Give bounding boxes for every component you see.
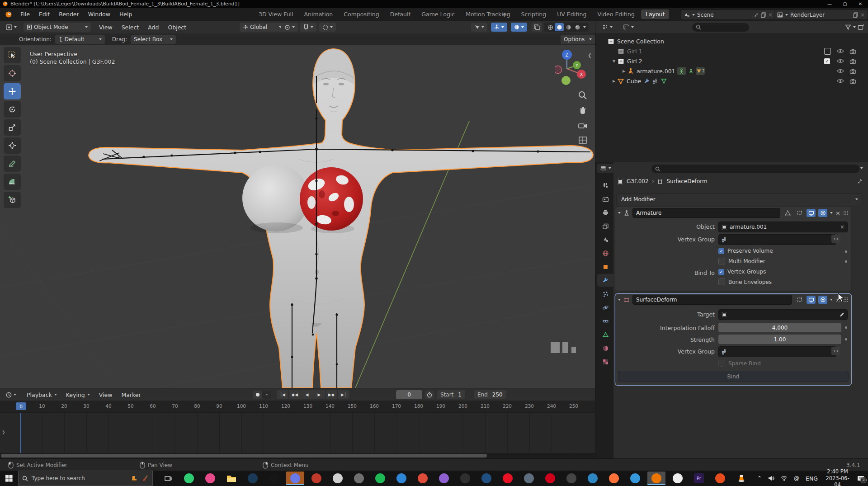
select-tool-button[interactable]: [4, 47, 21, 63]
jump-to-start-button[interactable]: ⏐◀: [277, 390, 289, 399]
extras-caret-icon[interactable]: [830, 299, 833, 301]
clear-object-icon[interactable]: ×: [840, 224, 844, 230]
menu-file[interactable]: File: [16, 11, 34, 18]
menu-render[interactable]: Render: [54, 11, 84, 18]
next-keyframe-button[interactable]: ▶◆: [326, 390, 338, 399]
object-visibility-button[interactable]: [471, 23, 487, 32]
playhead-line[interactable]: [20, 413, 21, 453]
taskbar-app-firefox[interactable]: [605, 472, 623, 485]
exclude-checkbox[interactable]: ✓: [824, 58, 830, 64]
taskbar-app-gallery[interactable]: [520, 472, 538, 485]
properties-tab-modifiers[interactable]: [597, 274, 613, 287]
cage-toggle[interactable]: [795, 296, 804, 304]
mesh-data-icon[interactable]: [661, 78, 667, 84]
pivot-point-button[interactable]: [281, 23, 298, 32]
timeline-menu-marker[interactable]: Marker: [117, 392, 145, 398]
taskbar-app-firefox-nightly[interactable]: [307, 472, 326, 485]
collapse-caret-icon[interactable]: [618, 212, 621, 214]
taskbar-app-opera[interactable]: [499, 472, 517, 485]
taskbar-app-audio-editor[interactable]: [456, 472, 474, 485]
multi-modifier-checkbox[interactable]: [718, 258, 725, 264]
annotate-tool-button[interactable]: [4, 156, 21, 172]
new-collection-icon[interactable]: [858, 24, 864, 30]
preserve-volume-row[interactable]: ✓ Preserve Volume: [718, 248, 773, 254]
timeline-menu-view[interactable]: View: [94, 392, 117, 398]
navigation-gizmo[interactable]: Z Y X: [555, 49, 591, 90]
menu-help[interactable]: Help: [115, 11, 137, 18]
hide-eye-icon[interactable]: [837, 78, 844, 84]
expand-toggle-icon[interactable]: ▶: [612, 79, 616, 83]
sparse-bind-row[interactable]: Sparse Bind: [718, 360, 761, 367]
disable-render-camera-icon[interactable]: [849, 78, 856, 84]
cage-toggle[interactable]: [795, 209, 804, 217]
disable-render-camera-icon[interactable]: [849, 58, 856, 64]
taskbar-app-qbittorrent[interactable]: [477, 472, 495, 485]
sparse-bind-checkbox[interactable]: [718, 360, 725, 367]
viewport-menu-add[interactable]: Add: [143, 24, 163, 31]
taskbar-app-steam[interactable]: [244, 472, 262, 485]
bind-button[interactable]: Bind: [618, 371, 849, 382]
workspace-tab-layout[interactable]: Layout: [641, 9, 670, 19]
surfacedeform-modifier-name[interactable]: SurfaceDeform: [632, 295, 792, 305]
taskbar-app-vlc[interactable]: [732, 472, 750, 485]
maximize-button[interactable]: ▢: [837, 0, 853, 8]
cursor-tool-button[interactable]: [4, 65, 21, 81]
snap-magnet-button[interactable]: [300, 23, 316, 32]
animate-dot[interactable]: [845, 260, 847, 263]
properties-tab-view-layer[interactable]: [597, 220, 613, 232]
timeline-scrollbar[interactable]: [0, 453, 595, 458]
copy-icon[interactable]: [761, 12, 766, 18]
pin-icon[interactable]: [754, 12, 759, 17]
scale-tool-button[interactable]: [4, 119, 21, 136]
autokey-options-caret[interactable]: [262, 391, 271, 399]
timeline-menu-keying[interactable]: Keying: [61, 392, 94, 398]
properties-tab-tool[interactable]: [597, 179, 613, 192]
timeline-tracks[interactable]: ❯: [0, 412, 595, 453]
invert-vertex-group-icon[interactable]: ↔: [831, 347, 840, 355]
outliner-filter-image-button[interactable]: [620, 23, 637, 32]
armature-data-badge-icon[interactable]: [688, 68, 694, 74]
workspace-tab-uv-editing[interactable]: UV Editing: [552, 9, 591, 19]
taskbar-app-settings-app[interactable]: [562, 472, 580, 485]
minimize-button[interactable]: —: [822, 0, 837, 8]
show-in-viewport-toggle[interactable]: [807, 296, 816, 304]
taskbar-app-phone-link[interactable]: [350, 472, 368, 485]
taskbar-app-edge[interactable]: [392, 472, 410, 485]
taskbar-app-amd-software[interactable]: [541, 472, 559, 485]
add-workspace-button[interactable]: +: [502, 11, 507, 18]
editor-type-button[interactable]: [3, 23, 20, 32]
taskbar-app-file-explorer[interactable]: [222, 472, 241, 485]
shading-material-button[interactable]: [564, 23, 573, 31]
properties-tab-output[interactable]: [597, 206, 613, 219]
breadcrumb-object[interactable]: G3F.002: [627, 178, 649, 184]
workspace-tab-compositing[interactable]: Compositing: [339, 9, 383, 19]
taskbar-app-photos[interactable]: [435, 472, 453, 485]
clock[interactable]: 2:40 PM2023-06-04: [824, 468, 851, 486]
taskbar-app-spotify[interactable]: [371, 472, 389, 485]
remove-layer-icon[interactable]: ×: [860, 12, 865, 18]
close-button[interactable]: ✕: [853, 0, 868, 8]
animate-dot[interactable]: [845, 326, 847, 329]
surfacedeform-panel-header[interactable]: SurfaceDeform ×: [615, 294, 851, 306]
move-tool-button[interactable]: [4, 83, 21, 99]
notification-center-icon[interactable]: 5: [857, 475, 865, 482]
show-in-viewport-toggle[interactable]: [807, 209, 816, 217]
start-button[interactable]: [0, 471, 18, 486]
zoom-icon[interactable]: [578, 90, 588, 100]
taskbar-app-chrome[interactable]: [414, 472, 432, 485]
properties-tab-object-data[interactable]: [597, 328, 613, 341]
shading-solid-button[interactable]: [555, 23, 564, 31]
outliner-row-armature-001[interactable]: ▶armature.0012: [595, 66, 868, 76]
viewport-menu-select[interactable]: Select: [117, 24, 144, 31]
properties-tab-render[interactable]: [597, 193, 613, 205]
add-modifier-button[interactable]: Add Modifier: [616, 193, 863, 205]
workspace-tab-scripting[interactable]: Scripting: [517, 9, 551, 19]
shading-wireframe-button[interactable]: [546, 23, 555, 31]
eyedropper-icon[interactable]: [839, 312, 844, 317]
hidden-icons-chevron[interactable]: ⌃: [757, 475, 762, 481]
strength-slider[interactable]: 1.00: [718, 335, 841, 344]
delete-modifier-icon[interactable]: ×: [835, 210, 840, 217]
multi-modifier-row[interactable]: Multi Modifier: [718, 258, 765, 264]
outliner-row-girl-2[interactable]: ▼Girl 2✓: [595, 56, 868, 66]
collapse-caret-icon[interactable]: [618, 299, 621, 301]
